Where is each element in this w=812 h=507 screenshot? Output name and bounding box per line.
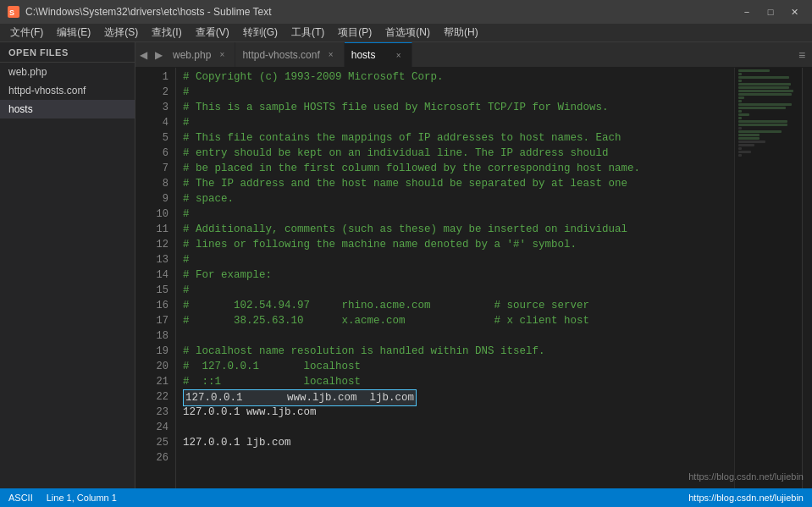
minimap-line-18 <box>738 127 742 130</box>
sidebar-file-web-php[interactable]: web.php <box>0 63 135 81</box>
main-layout: OPEN FILES web.phphttpd-vhosts.confhosts… <box>0 42 812 488</box>
code-line-3: # This is a sample HOSTS file used by Mi… <box>183 100 734 115</box>
line-number-9: 9 <box>135 191 168 207</box>
status-left: ASCII Line 1, Column 1 <box>8 493 117 503</box>
line-number-19: 19 <box>135 344 168 359</box>
minimap-line-1 <box>738 69 770 72</box>
line-number-14: 14 <box>135 267 168 283</box>
close-button[interactable]: ✕ <box>783 3 805 20</box>
code-line-18 <box>183 328 734 344</box>
code-line-24 <box>183 420 734 435</box>
minimap-line-23 <box>738 144 754 146</box>
minimap-line-25 <box>738 151 751 153</box>
line-number-22: 22 <box>135 389 168 405</box>
menu-item-查找(I)[interactable]: 查找(I) <box>145 24 188 42</box>
minimap-line-3 <box>738 76 789 79</box>
maximize-button[interactable]: □ <box>760 3 782 20</box>
minimap-line-19 <box>738 130 782 133</box>
menu-item-选择(S)[interactable]: 选择(S) <box>97 24 145 42</box>
window-controls: − □ ✕ <box>736 3 805 20</box>
tabs-bar: ◀ ▶ web.php×httpd-vhosts.conf×hosts×≡ <box>135 42 812 68</box>
tab-label: web.php <box>173 49 211 61</box>
minimap-line-4 <box>738 80 742 82</box>
minimap-line-16 <box>738 120 787 123</box>
sidebar: OPEN FILES web.phphttpd-vhosts.confhosts <box>0 42 135 488</box>
line-number-25: 25 <box>135 435 168 450</box>
encoding-status: ASCII <box>8 493 33 503</box>
code-area[interactable]: # Copyright (c) 1993-2009 Microsoft Corp… <box>176 68 734 488</box>
menu-item-转到(G)[interactable]: 转到(G) <box>236 24 284 42</box>
code-line-2: # <box>183 85 734 100</box>
status-bar: ASCII Line 1, Column 1 https://blog.csdn… <box>0 488 812 507</box>
minimap-line-10 <box>738 100 742 102</box>
line-number-23: 23 <box>135 405 168 420</box>
code-line-15: # <box>183 283 734 298</box>
minimap-line-13 <box>738 110 742 113</box>
line-number-15: 15 <box>135 283 168 298</box>
line-number-17: 17 <box>135 313 168 328</box>
editor-content: 1234567891011121314151617181920212223242… <box>135 68 812 488</box>
code-line-11: # Additionally, comments (such as these)… <box>183 222 734 237</box>
tab-httpd-vhosts-conf[interactable]: httpd-vhosts.conf× <box>235 42 344 68</box>
minimap-line-17 <box>738 124 787 126</box>
sidebar-file-hosts[interactable]: hosts <box>0 100 135 118</box>
minimap-line-12 <box>738 107 786 109</box>
url-status: https://blog.csdn.net/lujiebin <box>688 493 804 503</box>
tab-hosts[interactable]: hosts× <box>345 42 412 68</box>
svg-text:S: S <box>9 8 14 17</box>
tab-nav-right[interactable]: ▶ <box>151 42 166 68</box>
line-number-13: 13 <box>135 252 168 267</box>
minimap-line-20 <box>738 134 760 136</box>
line-number-16: 16 <box>135 298 168 313</box>
code-line-19: # localhost name resolution is handled w… <box>183 344 734 359</box>
line-number-2: 2 <box>135 85 168 100</box>
code-line-23: 127.0.0.1 www.ljb.com <box>183 405 734 420</box>
scrollbar[interactable] <box>802 68 812 488</box>
minimap-line-8 <box>738 93 792 96</box>
code-line-5: # This file contains the mappings of IP … <box>183 130 734 146</box>
menu-bar: 文件(F)编辑(E)选择(S)查找(I)查看(V)转到(G)工具(T)项目(P)… <box>0 24 812 42</box>
code-line-21: # ::1 localhost <box>183 374 734 389</box>
code-line-8: # The IP address and the host name shoul… <box>183 176 734 191</box>
menu-item-编辑(E)[interactable]: 编辑(E) <box>50 24 97 42</box>
menu-item-项目(P)[interactable]: 项目(P) <box>331 24 378 42</box>
app-icon: S <box>7 5 20 19</box>
menu-item-工具(T)[interactable]: 工具(T) <box>284 24 331 42</box>
menu-item-首选项(N)[interactable]: 首选项(N) <box>378 24 437 42</box>
minimap-line-5 <box>738 83 791 85</box>
tab-nav-left[interactable]: ◀ <box>135 42 151 68</box>
line-number-20: 20 <box>135 359 168 374</box>
code-line-20: # 127.0.0.1 localhost <box>183 359 734 374</box>
tab-close-button[interactable]: × <box>393 49 405 61</box>
minimap <box>734 68 802 488</box>
code-line-7: # be placed in the first column followed… <box>183 161 734 176</box>
tab-web-php[interactable]: web.php× <box>166 42 235 68</box>
line-number-21: 21 <box>135 374 168 389</box>
minimap-line-7 <box>738 90 793 92</box>
line-number-10: 10 <box>135 207 168 222</box>
code-line-22: 127.0.0.1 www.ljb.com ljb.com <box>183 389 734 405</box>
menu-item-帮助(H)[interactable]: 帮助(H) <box>437 24 485 42</box>
line-number-3: 3 <box>135 100 168 115</box>
line-number-24: 24 <box>135 420 168 435</box>
minimap-line-11 <box>738 103 792 106</box>
menu-item-文件(F)[interactable]: 文件(F) <box>3 24 50 42</box>
line-number-12: 12 <box>135 237 168 252</box>
menu-item-查看(V)[interactable]: 查看(V) <box>189 24 236 42</box>
code-line-14: # For example: <box>183 267 734 283</box>
minimize-button[interactable]: − <box>736 3 758 20</box>
code-line-4: # <box>183 115 734 130</box>
minimap-line-24 <box>738 147 742 150</box>
minimap-line-9 <box>738 96 744 99</box>
code-line-26 <box>183 450 734 466</box>
code-line-12: # lines or following the machine name de… <box>183 237 734 252</box>
tabs-menu-button[interactable]: ≡ <box>792 42 812 68</box>
code-line-10: # <box>183 207 734 222</box>
tab-close-button[interactable]: × <box>325 49 337 61</box>
line-number-11: 11 <box>135 222 168 237</box>
line-number-26: 26 <box>135 450 168 466</box>
tab-label: httpd-vhosts.conf <box>242 49 319 61</box>
sidebar-file-httpd-vhosts-conf[interactable]: httpd-vhosts.conf <box>0 81 135 100</box>
minimap-line-6 <box>738 86 789 89</box>
tab-close-button[interactable]: × <box>216 49 228 61</box>
